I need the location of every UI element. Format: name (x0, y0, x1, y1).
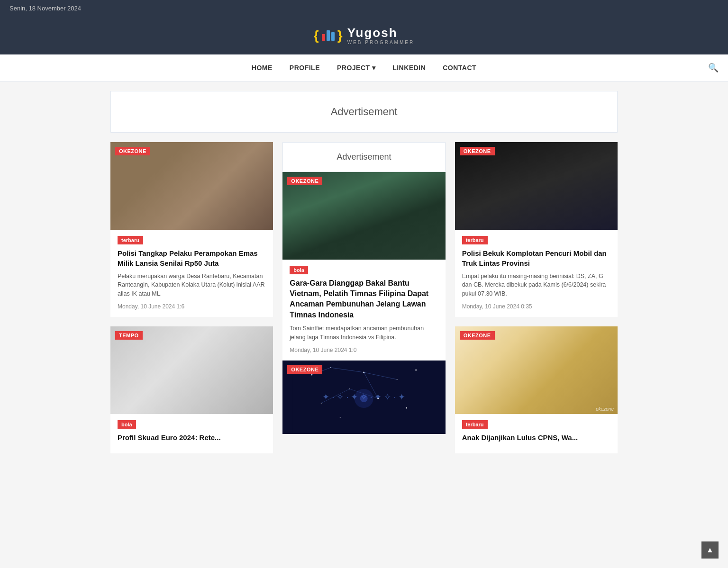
source-badge: OKEZONE (115, 147, 150, 155)
article-title[interactable]: Anak Dijanjikan Lulus CPNS, Wa... (462, 433, 610, 442)
article-date: Monday, 10 June 2024 1:6 (118, 303, 266, 310)
article-excerpt: Pelaku merupakan warga Desa Rantebaru, K… (118, 272, 266, 298)
article-image-wrap: OKEZONE (282, 361, 445, 434)
source-badge: OKEZONE (287, 177, 322, 185)
article-date: Monday, 10 June 2024 1:0 (290, 347, 438, 353)
article-title[interactable]: Gara-Gara Dianggap Bakal Bantu Vietnam, … (290, 278, 438, 321)
article-card: OKEZONE terbaru Polisi Tangkap Pelaku Pe… (110, 142, 273, 317)
nav-item-linkedin[interactable]: LINKEDIN (384, 54, 434, 81)
top-bar: Senin, 18 November 2024 (0, 0, 728, 17)
source-badge: OKEZONE (460, 331, 495, 340)
article-card: okezone OKEZONE terbaru Anak Dijanjikan … (455, 326, 618, 453)
nav-bar: HOME PROFILE PROJECT ▾ LINKEDIN CONTACT … (0, 54, 728, 81)
logo-bars-icon (322, 30, 335, 41)
article-body: terbaru Polisi Tangkap Pelaku Perampokan… (110, 230, 273, 317)
source-badge: OKEZONE (460, 147, 495, 155)
article-image-wrap: TEMPO (110, 326, 273, 414)
left-column: OKEZONE terbaru Polisi Tangkap Pelaku Pe… (110, 142, 273, 453)
article-image-wrap: okezone OKEZONE (455, 326, 618, 414)
article-tag: terbaru (462, 236, 488, 244)
article-card: TEMPO bola Profil Skuad Euro 2024: Rete.… (110, 326, 273, 453)
article-card: OKEZONE (282, 361, 445, 434)
ad-banner-middle: Advertisement (282, 142, 445, 172)
svg-point-10 (340, 417, 341, 418)
article-tag: terbaru (118, 236, 143, 244)
nav-item-profile[interactable]: PROFILE (281, 54, 328, 81)
date-display: Senin, 18 November 2024 (9, 5, 81, 12)
article-excerpt: Empat pelaku itu masing-masing berinisia… (462, 272, 610, 298)
chevron-down-icon: ▾ (372, 64, 376, 72)
source-badge: TEMPO (115, 331, 143, 340)
bar-1 (322, 34, 325, 41)
article-body: bola Profil Skuad Euro 2024: Rete... (110, 414, 273, 453)
logo[interactable]: { } Yugosh WEB PROGRAMMER (314, 26, 414, 45)
middle-column: Advertisement OKEZONE bola Gara-Gara Dia… (282, 142, 445, 453)
logo-text: Yugosh WEB PROGRAMMER (347, 26, 414, 45)
logo-brace-left: { (314, 28, 319, 43)
article-image-wrap: OKEZONE (455, 142, 618, 230)
svg-point-7 (377, 397, 379, 399)
article-title[interactable]: Profil Skuad Euro 2024: Rete... (118, 433, 266, 442)
article-tag: bola (290, 266, 308, 274)
nav-item-contact[interactable]: CONTACT (434, 54, 485, 81)
article-body: terbaru Polisi Bekuk Komplotan Pencuri M… (455, 230, 618, 317)
search-icon[interactable]: 🔍 (708, 63, 719, 73)
article-excerpt: Tom Saintfiet mendapatkan ancaman pembun… (290, 324, 438, 342)
articles-grid: OKEZONE terbaru Polisi Tangkap Pelaku Pe… (110, 142, 618, 453)
article-title[interactable]: Polisi Tangkap Pelaku Perampokan Emas Mi… (118, 248, 266, 268)
svg-point-17 (355, 389, 373, 408)
article-body: terbaru Anak Dijanjikan Lulus CPNS, Wa..… (455, 414, 618, 453)
article-card-featured: OKEZONE bola Gara-Gara Dianggap Bakal Ba… (282, 172, 445, 361)
nav-item-home[interactable]: HOME (243, 54, 281, 81)
article-title[interactable]: Polisi Bekuk Komplotan Pencuri Mobil dan… (462, 248, 610, 268)
svg-point-5 (415, 369, 417, 370)
right-column: OKEZONE terbaru Polisi Bekuk Komplotan P… (455, 142, 618, 453)
article-body: bola Gara-Gara Dianggap Bakal Bantu Viet… (282, 260, 445, 361)
svg-point-18 (360, 395, 368, 402)
logo-name: Yugosh (347, 26, 414, 40)
nav-item-project[interactable]: PROJECT ▾ (328, 54, 384, 81)
source-badge: OKEZONE (287, 365, 322, 374)
bar-2 (327, 30, 330, 41)
svg-point-9 (406, 407, 407, 408)
article-date: Monday, 10 June 2024 0:35 (462, 303, 610, 310)
article-card: OKEZONE terbaru Polisi Bekuk Komplotan P… (455, 142, 618, 317)
logo-subtitle: WEB PROGRAMMER (347, 40, 414, 45)
header: { } Yugosh WEB PROGRAMMER (0, 17, 728, 54)
logo-brace-right: } (337, 28, 343, 43)
article-tag: bola (118, 420, 136, 429)
article-tag: terbaru (462, 420, 488, 429)
bar-3 (331, 32, 335, 41)
nav-menu: HOME PROFILE PROJECT ▾ LINKEDIN CONTACT (243, 54, 485, 81)
article-image-wrap: OKEZONE (282, 172, 445, 260)
main-content: Advertisement OKEZONE terbaru Polisi Tan… (103, 81, 625, 463)
article-image-wrap: OKEZONE (110, 142, 273, 230)
ad-banner-top: Advertisement (110, 91, 618, 133)
